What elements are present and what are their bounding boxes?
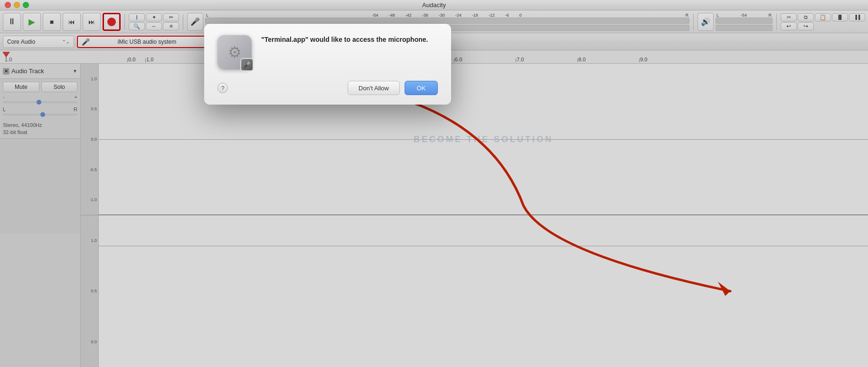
permission-dialog: ⚙ 🎤 "Terminal.app" would like to access … [204, 24, 451, 105]
dialog-icon: ⚙ 🎤 [217, 35, 252, 69]
dialog-buttons: ? Don't Allow OK [217, 81, 438, 95]
dont-allow-button[interactable]: Don't Allow [348, 81, 400, 95]
help-button[interactable]: ? [217, 83, 228, 93]
dialog-overlay: ⚙ 🎤 "Terminal.app" would like to access … [0, 0, 868, 367]
dialog-action-buttons: Don't Allow OK [348, 81, 438, 95]
mic-badge-icon: 🎤 [240, 58, 254, 71]
ok-button[interactable]: OK [405, 81, 438, 95]
dialog-content: ⚙ 🎤 "Terminal.app" would like to access … [217, 35, 438, 69]
dialog-message-text: "Terminal.app" would like to access the … [261, 35, 428, 45]
dialog-message-area: "Terminal.app" would like to access the … [261, 35, 428, 48]
terminal-icon-symbol: ⚙ [228, 43, 242, 61]
